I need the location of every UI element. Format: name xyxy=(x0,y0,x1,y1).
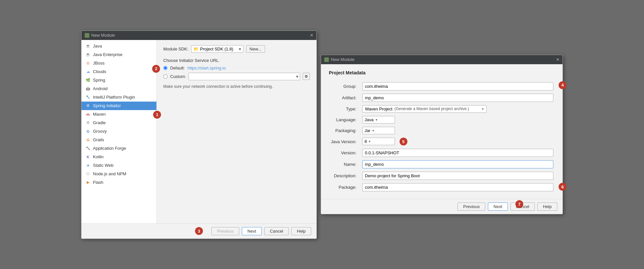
java-version-label: Java Version: xyxy=(329,136,360,147)
sidebar-item-clouds[interactable]: ☁ Clouds xyxy=(81,67,156,76)
group-input[interactable] xyxy=(362,82,553,90)
description-row: Description: xyxy=(329,170,555,182)
custom-url-dropdown-arrow: ▾ xyxy=(295,74,300,79)
sidebar-item-flash[interactable]: ▶ Flash xyxy=(81,178,156,187)
next-button-left[interactable]: Next xyxy=(242,227,262,235)
packaging-value-cell: Jar ▾ xyxy=(360,125,555,136)
left-content-area: Module SDK: 📁 Project SDK (1.8) ▾ New...… xyxy=(157,40,316,223)
sidebar-item-jboss[interactable]: ◎ JBoss xyxy=(81,59,156,67)
group-label: Group: xyxy=(329,81,360,92)
sidebar-item-spring-initializr[interactable]: ⚙ Spring Initializr xyxy=(81,102,156,110)
language-dropdown-arrow: ▾ xyxy=(376,118,377,122)
version-input[interactable] xyxy=(362,149,553,157)
left-dialog-close[interactable]: × xyxy=(310,33,313,38)
android-icon: 🤖 xyxy=(85,86,91,91)
name-value-cell xyxy=(360,159,555,170)
artifact-label: Artifact: xyxy=(329,92,360,104)
sidebar-item-application-forge[interactable]: 🔨 Application Forge xyxy=(81,144,156,153)
application-forge-icon: 🔨 xyxy=(85,146,91,151)
sidebar-label-gradle: Gradle xyxy=(93,120,106,125)
grails-icon: G xyxy=(85,137,91,143)
help-button-left[interactable]: Help xyxy=(291,227,311,235)
sidebar-label-static-web: Static Web xyxy=(93,163,114,168)
sidebar-item-maven[interactable]: m Maven 1 xyxy=(81,110,156,119)
type-label: Type: xyxy=(329,104,360,114)
packaging-value: Jar xyxy=(365,128,370,133)
java-version-dropdown[interactable]: 8 ▾ xyxy=(362,138,395,145)
artifact-input[interactable] xyxy=(362,94,553,102)
right-dialog-close[interactable]: × xyxy=(556,57,559,62)
right-dialog-body: Project Metadata Group: 4 Artifact: xyxy=(321,64,563,199)
sidebar-item-spring[interactable]: 🌿 Spring xyxy=(81,76,156,85)
custom-url-input[interactable] xyxy=(189,73,295,80)
sidebar-label-application-forge: Application Forge xyxy=(93,146,126,151)
step4-circle: 4 xyxy=(559,81,566,89)
nodejs-icon: ⬡ xyxy=(85,171,91,177)
sidebar-item-kotlin[interactable]: K Kotlin xyxy=(81,153,156,161)
type-dropdown[interactable]: Maven Project (Generate a Maven based pr… xyxy=(362,105,487,113)
previous-button-right[interactable]: Previous xyxy=(457,202,485,211)
description-input[interactable] xyxy=(362,172,553,180)
right-dialog-titlebar: New Module × xyxy=(321,55,563,64)
sidebar-label-maven: Maven xyxy=(93,112,106,117)
new-sdk-button[interactable]: New... xyxy=(246,45,265,53)
type-row: Type: Maven Project (Generate a Maven ba… xyxy=(329,104,555,114)
type-value-cell: Maven Project (Generate a Maven based pr… xyxy=(360,104,555,114)
groovy-icon: G xyxy=(85,129,91,134)
sdk-dropdown-arrow: ▾ xyxy=(239,47,241,51)
next-button-right[interactable]: Next xyxy=(488,202,508,211)
default-radio-label: Default: xyxy=(170,66,185,70)
custom-radio[interactable] xyxy=(163,74,168,79)
sidebar-label-java-enterprise: Java Enterprise xyxy=(93,52,122,57)
sidebar-item-android[interactable]: 🤖 Android xyxy=(81,85,156,93)
initializr-url-section: Choose Initializr Service URL. 2 Default… xyxy=(163,58,310,89)
kotlin-icon: K xyxy=(85,154,91,160)
packaging-row: Packaging: Jar ▾ xyxy=(329,125,555,136)
sdk-dropdown[interactable]: 📁 Project SDK (1.8) ▾ xyxy=(191,45,243,53)
custom-radio-label: Custom: xyxy=(170,74,186,79)
sidebar-label-nodejs: Node.js and NPM xyxy=(93,171,126,176)
default-url-link[interactable]: https://start.spring.io xyxy=(188,66,226,70)
package-input[interactable] xyxy=(362,183,553,191)
step6-circle: 6 xyxy=(559,183,566,191)
sidebar-item-java-enterprise[interactable]: ☕ Java Enterprise xyxy=(81,50,156,59)
sidebar-item-intellij-platform[interactable]: 🔧 IntelliJ Platform Plugin xyxy=(81,93,156,102)
default-radio-row: 2 Default: https://start.spring.io xyxy=(163,66,310,70)
packaging-dropdown-arrow: ▾ xyxy=(372,129,374,132)
step3-circle: 3 xyxy=(195,227,203,235)
sidebar-item-gradle[interactable]: ⚙ Gradle xyxy=(81,119,156,127)
version-row: Version: xyxy=(329,147,555,159)
help-button-right[interactable]: Help xyxy=(537,202,557,211)
language-label: Language: xyxy=(329,114,360,125)
choose-url-label: Choose Initializr Service URL. xyxy=(163,58,310,63)
sidebar-item-groovy[interactable]: G Groovy xyxy=(81,127,156,136)
type-hint: (Generate a Maven based project archive.… xyxy=(394,106,469,111)
sidebar-item-grails[interactable]: G Grails xyxy=(81,136,156,144)
cancel-button-left[interactable]: Cancel xyxy=(264,227,289,235)
left-dialog: New Module × ☕ Java ☕ Java Enterprise ◎ … xyxy=(81,30,317,239)
language-dropdown[interactable]: Java ▾ xyxy=(362,116,395,124)
spring-icon: 🌿 xyxy=(85,78,91,83)
artifact-value-cell xyxy=(360,92,555,104)
name-input[interactable] xyxy=(362,160,553,168)
network-note: Make sure your network connection is act… xyxy=(163,84,310,89)
sidebar-item-java[interactable]: ☕ Java xyxy=(81,42,156,50)
previous-button-left[interactable]: Previous xyxy=(211,227,239,235)
sidebar-item-static-web[interactable]: ◈ Static Web xyxy=(81,161,156,170)
sidebar-label-jboss: JBoss xyxy=(93,61,104,66)
module-sdk-label: Module SDK: xyxy=(163,47,188,51)
gradle-icon: ⚙ xyxy=(85,120,91,125)
packaging-dropdown[interactable]: Jar ▾ xyxy=(362,127,395,134)
dialog-icon xyxy=(85,33,89,38)
jboss-icon: ◎ xyxy=(85,61,91,66)
language-row: Language: Java ▾ xyxy=(329,114,555,125)
custom-url-icon-btn[interactable]: ⚙ xyxy=(303,73,310,80)
static-web-icon: ◈ xyxy=(85,163,91,168)
package-row: Package: 6 xyxy=(329,182,555,193)
java-version-value-cell: 8 ▾ 5 xyxy=(360,136,555,147)
sidebar-item-nodejs-npm[interactable]: ⬡ Node.js and NPM xyxy=(81,170,156,178)
group-row: Group: 4 xyxy=(329,81,555,92)
left-dialog-footer: 3 Previous Next Cancel Help xyxy=(81,223,316,239)
default-radio[interactable] xyxy=(163,66,168,70)
type-dropdown-arrow: ▾ xyxy=(482,107,484,111)
